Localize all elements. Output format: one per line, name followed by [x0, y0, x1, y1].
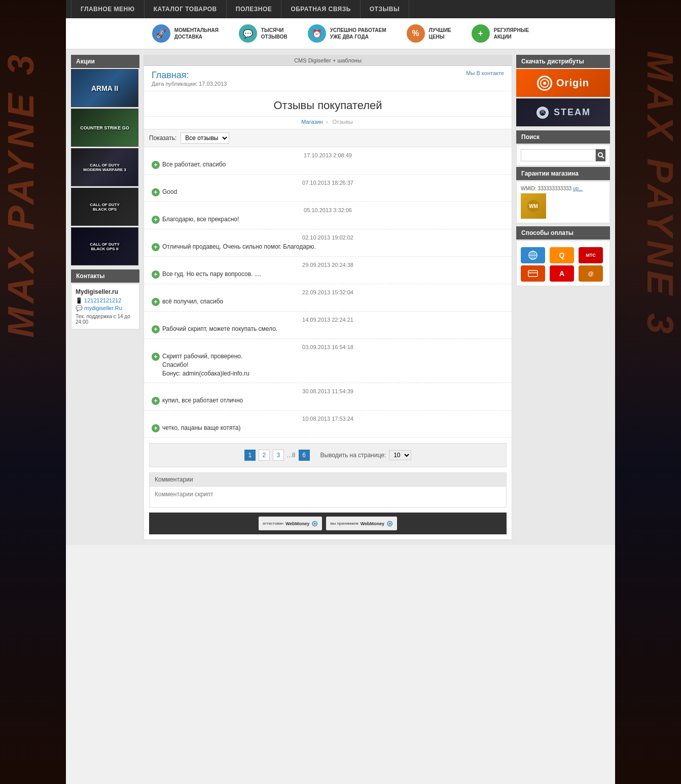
vk-link[interactable]: Мы В контакте	[466, 70, 504, 76]
review-plus-icon: +	[152, 298, 160, 306]
pay-wmr-icon[interactable]: @	[579, 265, 603, 282]
review-plus-icon: +	[152, 325, 160, 333]
guarantee-section: WMID: 333333333333 up... WM	[516, 181, 610, 223]
pay-mts-icon[interactable]: МТС	[579, 247, 603, 263]
page-1-button[interactable]: 1	[244, 450, 256, 461]
breadcrumb: Магазин › Отзывы	[144, 117, 512, 129]
nav-catalog[interactable]: КАТАЛОГ ТОВАРОВ	[145, 0, 227, 18]
review-plus-icon: +	[152, 397, 160, 405]
header-left: Главная: Дата публикации: 17.03.2013	[152, 70, 227, 87]
search-input-row	[521, 149, 605, 161]
banner-counter-strike[interactable]: COUNTER STRIKE GO	[71, 109, 138, 147]
page-header: Главная: Дата публикации: 17.03.2013 Мы …	[144, 66, 512, 91]
nav-feedback[interactable]: ОБРАТНАЯ СВЯЗЬ	[281, 0, 360, 18]
reviews-feature-text: ТЫСЯЧИ ОТЗЫВОВ	[261, 27, 288, 40]
webmoney-accepting[interactable]: мы принимаем WebMoney ⊛	[326, 517, 397, 530]
review-date: 29.09.2013 20:24:38	[152, 262, 504, 268]
review-text: + Все работает, спасибо	[152, 160, 504, 169]
page-2-button[interactable]: 2	[259, 450, 270, 461]
page-6-button[interactable]: 6	[299, 450, 310, 461]
review-item: 03.09.2013 16:54:18 + Скрипт рабочий, пр…	[144, 339, 512, 383]
prices-text: ЛУЧШИЕ ЦЕНЫ	[429, 27, 451, 40]
sales-icon: +	[472, 24, 490, 43]
nav-main-menu[interactable]: ГЛАВНОЕ МЕНЮ	[71, 0, 145, 18]
search-button[interactable]	[596, 149, 605, 161]
left-sidebar: Акции ARMA II COUNTER STRIKE GO CALL OF …	[71, 55, 139, 540]
main-container: ГЛАВНОЕ МЕНЮ КАТАЛОГ ТОВАРОВ ПОЛЕЗНОЕ ОБ…	[66, 0, 615, 784]
main-content: CMS Digiseller + шаблоны Главная: Дата п…	[144, 55, 512, 540]
review-plus-icon: +	[152, 216, 160, 224]
accepting-label: мы принимаем	[330, 521, 359, 526]
steam-label: STEAM	[554, 107, 591, 118]
review-plus-icon: +	[152, 353, 160, 361]
reviews-page-title: Отзывы покупателей	[144, 91, 512, 117]
cms-bar: CMS Digiseller + шаблоны	[144, 55, 512, 66]
guarantee-title: Гарантии магазина	[516, 167, 610, 180]
review-plus-icon: +	[152, 270, 160, 279]
pay-qiwi-icon[interactable]: Q	[550, 247, 574, 263]
review-item: 14.09.2013 22:24:21 + Рабочий скрипт, мо…	[144, 312, 512, 339]
nav-reviews[interactable]: ОТЗЫВЫ	[361, 0, 409, 18]
origin-label: Origin	[556, 77, 589, 89]
card-icon	[528, 270, 538, 277]
review-item: 05.10.2013 3:32:06 + Благодарю, все прек…	[144, 202, 512, 229]
per-page-select[interactable]: 10 20 50	[389, 450, 411, 460]
origin-logo-icon	[537, 76, 552, 91]
pay-globe-icon[interactable]	[521, 247, 545, 263]
review-content: Скрипт рабочий, проверено. Спасибо! Бону…	[162, 352, 249, 378]
review-date: 05.10.2013 3:32:06	[152, 207, 504, 213]
sales-text: РЕГУЛЯРНЫЕ АКЦИИ	[494, 27, 529, 40]
right-sidebar: Скачать дистрибуты Origin	[516, 55, 610, 540]
review-content: Все работает, спасибо	[162, 160, 226, 169]
contacts-title: Контакты	[71, 269, 139, 283]
reviews-icon: 💬	[239, 24, 257, 43]
banner-arma[interactable]: ARMA II	[71, 69, 138, 107]
filter-select[interactable]: Все отзывы	[181, 132, 229, 144]
review-item: 22.09.2013 15:32:04 + всё получил, спаси…	[144, 284, 512, 312]
banner-black-ops2[interactable]: CALL OF DUTYBLACK OPS II	[71, 227, 138, 265]
delivery-icon: 🚀	[152, 24, 170, 43]
wmid-link[interactable]: up...	[573, 186, 583, 191]
review-date: 03.09.2013 16:54:18	[152, 344, 504, 350]
filter-bar: Показать: Все отзывы	[144, 129, 512, 147]
webmoney-bar: аттестован WebMoney ⊛ мы принимаем WebMo…	[149, 513, 507, 534]
accepting-wm-label: WebMoney	[361, 521, 384, 526]
review-text: + купил, все работает отлично	[152, 396, 504, 405]
search-icon	[597, 152, 604, 159]
review-text: + Рабочий скрипт, можете покупать смело.	[152, 325, 504, 333]
pay-card-icon[interactable]	[521, 265, 545, 282]
search-box	[516, 145, 610, 166]
origin-banner[interactable]: Origin	[516, 69, 610, 97]
review-date: 22.09.2013 15:32:04	[152, 289, 504, 295]
contact-skype[interactable]: 💬 mydigiseller.Ru	[76, 305, 135, 312]
top-navigation: ГЛАВНОЕ МЕНЮ КАТАЛОГ ТОВАРОВ ПОЛЕЗНОЕ ОБ…	[66, 0, 615, 18]
breadcrumb-shop[interactable]: Магазин	[301, 119, 322, 125]
page-3-button[interactable]: 3	[273, 450, 284, 461]
payment-section: Q МТС A @	[516, 241, 610, 286]
review-text: + Отличный продавец. Очень сильно помог.…	[152, 243, 504, 251]
pay-alfa-icon[interactable]: A	[550, 265, 574, 282]
years-icon: ⏰	[308, 24, 326, 43]
contact-phone[interactable]: 📱 121212121212	[76, 297, 135, 304]
review-item: 02.10.2013 19:02:02 + Отличный продавец.…	[144, 229, 512, 257]
nav-useful[interactable]: ПОЛЕЗНОЕ	[227, 0, 282, 18]
review-content: Good	[162, 188, 177, 196]
webmoney-attested[interactable]: аттестован WebMoney ⊛	[259, 517, 322, 530]
search-input[interactable]	[521, 149, 596, 161]
review-content: Все гуд. Но есть пару вопросов. ....	[162, 270, 261, 279]
review-content: купил, все работает отлично	[162, 396, 243, 405]
review-plus-icon: +	[152, 161, 160, 169]
feature-years: ⏰ УСПЕШНО РАБОТАЕМ УЖЕ ДВА ГОДА	[308, 24, 386, 43]
svg-rect-13	[528, 272, 537, 274]
feature-reviews: 💬 ТЫСЯЧИ ОТЗЫВОВ	[239, 24, 288, 43]
right-side-decoration: MAX PAYNE 3	[615, 0, 681, 784]
steam-banner[interactable]: STEAM	[516, 98, 610, 126]
comments-content: Комментарии скрипт	[150, 487, 506, 507]
banner-black-ops[interactable]: CALL OF DUTYBLACK OPS	[71, 188, 138, 226]
banner-modern-warfare[interactable]: CALL OF DUTYMODERN WARFARE 3	[71, 148, 138, 186]
review-item: 07.10.2013 18:26:37 + Good	[144, 175, 512, 202]
review-plus-icon: +	[152, 424, 160, 432]
webmoney-label: WebMoney	[285, 521, 309, 526]
wm-certificate[interactable]: WM	[521, 193, 546, 219]
download-title: Скачать дистрибуты	[516, 55, 610, 68]
